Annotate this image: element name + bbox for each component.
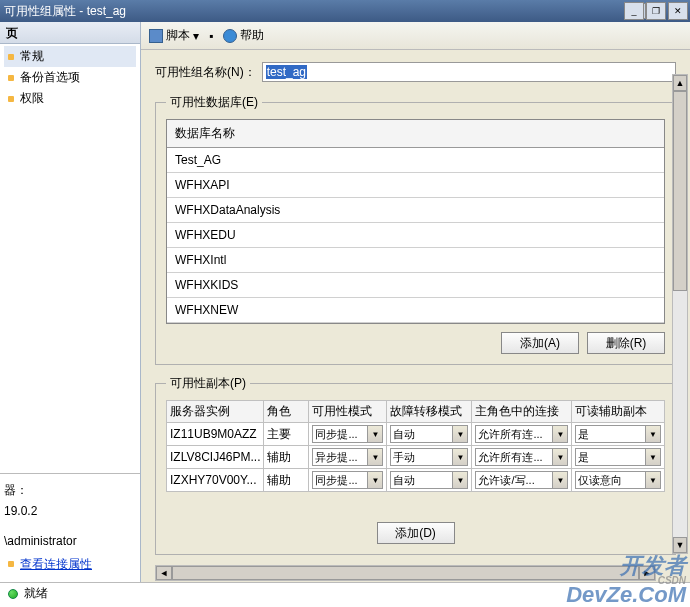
bullet-icon bbox=[8, 54, 14, 60]
status-ready-icon bbox=[8, 589, 18, 599]
vertical-scrollbar[interactable]: ▲ ▼ bbox=[672, 74, 688, 554]
chevron-down-icon: ▼ bbox=[367, 472, 382, 488]
ag-name-label: 可用性组名称(N)： bbox=[155, 64, 256, 81]
col-server[interactable]: 服务器实例 bbox=[167, 401, 264, 423]
help-button[interactable]: 帮助 bbox=[223, 27, 264, 44]
chevron-down-icon: ▼ bbox=[645, 449, 660, 465]
chevron-down-icon: ▼ bbox=[552, 449, 567, 465]
db-row[interactable]: WFHXKIDS bbox=[167, 273, 664, 298]
bullet-icon bbox=[8, 75, 14, 81]
failover-combo[interactable]: 自动▼ bbox=[390, 471, 468, 489]
cell-server: IZXHY70V00Y... bbox=[167, 469, 264, 492]
script-icon bbox=[149, 29, 163, 43]
right-pane: 脚本 ▾ ▪ 帮助 可用性组名称(N)： test_ag 可用性数据库(E) 数… bbox=[141, 22, 690, 582]
databases-group: 可用性数据库(E) 数据库名称 Test_AG WFHXAPI WFHXData… bbox=[155, 94, 676, 365]
chevron-down-icon: ▼ bbox=[367, 449, 382, 465]
nav-item-general[interactable]: 常规 bbox=[4, 46, 136, 67]
outer-minimize-button[interactable]: _ bbox=[624, 2, 644, 20]
server-value: 19.0.2 bbox=[4, 501, 136, 521]
cell-role: 主要 bbox=[264, 423, 309, 446]
cell-role: 辅助 bbox=[264, 446, 309, 469]
server-label: 器： bbox=[4, 480, 136, 500]
scroll-thumb[interactable] bbox=[172, 566, 639, 580]
script-label: 脚本 bbox=[166, 27, 190, 44]
replicas-table: 服务器实例 角色 可用性模式 故障转移模式 主角色中的连接 可读辅助副本 IZ1… bbox=[166, 400, 665, 492]
bullet-icon bbox=[8, 561, 14, 567]
cell-server: IZ11UB9M0AZZ bbox=[167, 423, 264, 446]
add-db-button[interactable]: 添加(A) bbox=[501, 332, 579, 354]
replica-row[interactable]: IZLV8CIJ46PM... 辅助 异步提...▼ 手动▼ 允许所有连...▼… bbox=[167, 446, 665, 469]
add-replica-button[interactable]: 添加(D) bbox=[377, 522, 455, 544]
conn-combo[interactable]: 允许所有连...▼ bbox=[475, 425, 568, 443]
chevron-down-icon: ▼ bbox=[452, 449, 467, 465]
help-label: 帮助 bbox=[240, 27, 264, 44]
chevron-down-icon: ▼ bbox=[645, 426, 660, 442]
status-text: 就绪 bbox=[24, 585, 48, 602]
replicas-group: 可用性副本(P) 服务器实例 角色 可用性模式 故障转移模式 主角色中的连接 可… bbox=[155, 375, 676, 555]
read-combo[interactable]: 是▼ bbox=[575, 448, 661, 466]
col-conn[interactable]: 主角色中的连接 bbox=[472, 401, 572, 423]
status-bar: 就绪 bbox=[0, 582, 690, 604]
chevron-down-icon: ▼ bbox=[552, 426, 567, 442]
window-title: 可用性组属性 - test_ag bbox=[4, 3, 628, 20]
col-role[interactable]: 角色 bbox=[264, 401, 309, 423]
delete-db-button[interactable]: 删除(R) bbox=[587, 332, 665, 354]
db-row[interactable]: WFHXDataAnalysis bbox=[167, 198, 664, 223]
mode-combo[interactable]: 同步提...▼ bbox=[312, 471, 383, 489]
nav-label: 常规 bbox=[20, 48, 44, 65]
outer-close-button[interactable]: ✕ bbox=[668, 2, 688, 20]
databases-legend: 可用性数据库(E) bbox=[166, 94, 262, 111]
db-header-name[interactable]: 数据库名称 bbox=[167, 120, 664, 148]
nav-item-backup[interactable]: 备份首选项 bbox=[4, 67, 136, 88]
scroll-left-icon[interactable]: ◄ bbox=[156, 566, 172, 580]
left-pane: 页 常规 备份首选项 权限 器： 19.0.2 \administrator 查… bbox=[0, 22, 141, 582]
scroll-right-icon[interactable]: ► bbox=[639, 566, 655, 580]
db-row[interactable]: WFHXAPI bbox=[167, 173, 664, 198]
conn-combo[interactable]: 允许所有连...▼ bbox=[475, 448, 568, 466]
col-readable[interactable]: 可读辅助副本 bbox=[572, 401, 665, 423]
databases-table: 数据库名称 Test_AG WFHXAPI WFHXDataAnalysis W… bbox=[166, 119, 665, 324]
chevron-down-icon: ▼ bbox=[552, 472, 567, 488]
replicas-legend: 可用性副本(P) bbox=[166, 375, 250, 392]
nav-label: 权限 bbox=[20, 90, 44, 107]
connection-block: 器： 19.0.2 \administrator 查看连接属性 bbox=[0, 473, 140, 582]
outer-restore-button[interactable]: ❐ bbox=[646, 2, 666, 20]
mode-combo[interactable]: 异步提...▼ bbox=[312, 448, 383, 466]
cell-role: 辅助 bbox=[264, 469, 309, 492]
nav-item-permissions[interactable]: 权限 bbox=[4, 88, 136, 109]
db-row[interactable]: WFHXIntl bbox=[167, 248, 664, 273]
db-row[interactable]: WFHXEDU bbox=[167, 223, 664, 248]
toolbar: 脚本 ▾ ▪ 帮助 bbox=[141, 22, 690, 50]
failover-combo[interactable]: 手动▼ bbox=[390, 448, 468, 466]
replica-row[interactable]: IZ11UB9M0AZZ 主要 同步提...▼ 自动▼ 允许所有连...▼ 是▼ bbox=[167, 423, 665, 446]
horizontal-scrollbar[interactable]: ◄ ► bbox=[155, 565, 656, 581]
failover-combo[interactable]: 自动▼ bbox=[390, 425, 468, 443]
conn-link-label: 查看连接属性 bbox=[20, 554, 92, 574]
view-conn-props[interactable]: 查看连接属性 bbox=[4, 552, 136, 576]
ag-name-input[interactable]: test_ag bbox=[262, 62, 676, 82]
scroll-down-icon[interactable]: ▼ bbox=[673, 537, 687, 553]
help-icon bbox=[223, 29, 237, 43]
col-mode[interactable]: 可用性模式 bbox=[309, 401, 387, 423]
bullet-icon bbox=[8, 96, 14, 102]
scroll-thumb[interactable] bbox=[673, 91, 687, 291]
conn-combo[interactable]: 允许读/写...▼ bbox=[475, 471, 568, 489]
mode-combo[interactable]: 同步提...▼ bbox=[312, 425, 383, 443]
replica-row[interactable]: IZXHY70V00Y... 辅助 同步提...▼ 自动▼ 允许读/写...▼ … bbox=[167, 469, 665, 492]
scroll-up-icon[interactable]: ▲ bbox=[673, 75, 687, 91]
db-row[interactable]: Test_AG bbox=[167, 148, 664, 173]
script-button[interactable]: 脚本 ▾ bbox=[149, 27, 199, 44]
db-row[interactable]: WFHXNEW bbox=[167, 298, 664, 323]
col-failover[interactable]: 故障转移模式 bbox=[387, 401, 472, 423]
cell-server: IZLV8CIJ46PM... bbox=[167, 446, 264, 469]
nav-label: 备份首选项 bbox=[20, 69, 80, 86]
read-combo[interactable]: 仅读意向▼ bbox=[575, 471, 661, 489]
titlebar: 可用性组属性 - test_ag _ □ ✕ bbox=[0, 0, 690, 22]
ag-name-value: test_ag bbox=[266, 65, 307, 79]
chevron-down-icon: ▼ bbox=[452, 472, 467, 488]
chevron-down-icon: ▼ bbox=[645, 472, 660, 488]
toolbar-separator: ▪ bbox=[209, 29, 213, 43]
read-combo[interactable]: 是▼ bbox=[575, 425, 661, 443]
left-pane-header: 页 bbox=[0, 22, 140, 44]
chevron-down-icon: ▼ bbox=[452, 426, 467, 442]
